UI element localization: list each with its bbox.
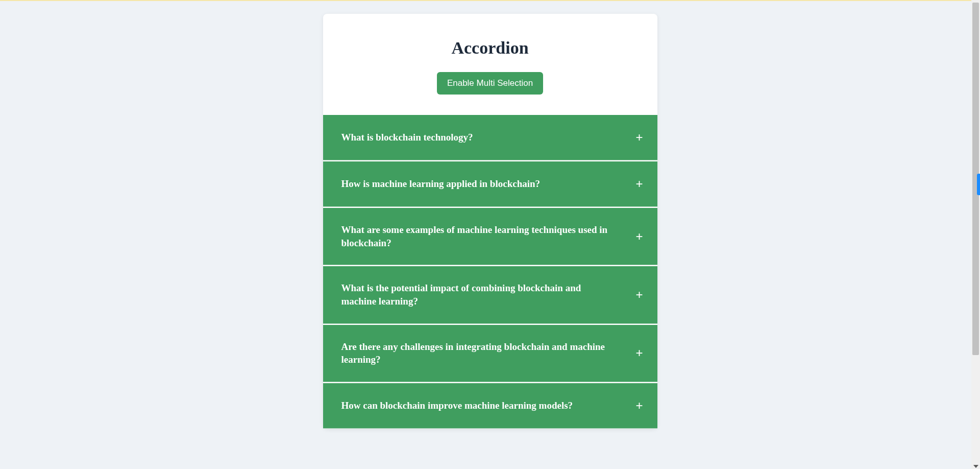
accordion-question: Are there any challenges in integrating … bbox=[341, 340, 612, 366]
accordion-question: How is machine learning applied in block… bbox=[341, 177, 541, 191]
accordion-question: What is blockchain technology? bbox=[341, 131, 473, 144]
accordion-card: Accordion Enable Multi Selection What is… bbox=[323, 14, 657, 429]
accordion-item[interactable]: What is the potential impact of combinin… bbox=[323, 266, 657, 323]
accordion-list: What is blockchain technology? + How is … bbox=[323, 115, 657, 429]
plus-icon: + bbox=[635, 229, 643, 244]
side-indicator bbox=[977, 174, 980, 195]
accordion-question: What are some examples of machine learni… bbox=[341, 223, 612, 249]
plus-icon: + bbox=[635, 130, 643, 145]
scrollbar-down-arrow-icon[interactable] bbox=[973, 465, 978, 468]
scrollbar-track[interactable] bbox=[971, 0, 980, 469]
plus-icon: + bbox=[635, 177, 643, 191]
accordion-item[interactable]: Are there any challenges in integrating … bbox=[323, 325, 657, 382]
enable-multi-selection-button[interactable]: Enable Multi Selection bbox=[437, 72, 543, 95]
plus-icon: + bbox=[635, 288, 643, 302]
page-title: Accordion bbox=[323, 38, 657, 58]
plus-icon: + bbox=[635, 346, 643, 360]
accordion-question: How can blockchain improve machine learn… bbox=[341, 399, 573, 412]
accordion-item[interactable]: What are some examples of machine learni… bbox=[323, 208, 657, 265]
accordion-item[interactable]: What is blockchain technology? + bbox=[323, 115, 657, 160]
accordion-item[interactable]: How can blockchain improve machine learn… bbox=[323, 383, 657, 429]
plus-icon: + bbox=[635, 398, 643, 413]
accordion-question: What is the potential impact of combinin… bbox=[341, 282, 612, 308]
accordion-item[interactable]: How is machine learning applied in block… bbox=[323, 161, 657, 207]
